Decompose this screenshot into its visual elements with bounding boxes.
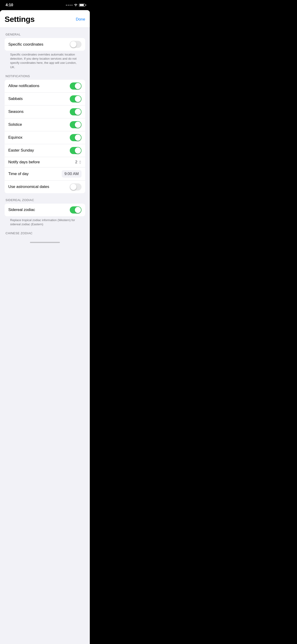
equinox-row: Equinox: [4, 131, 85, 144]
toggle-knob: [75, 134, 81, 141]
seasons-label: Seasons: [8, 110, 70, 114]
allow-notifications-toggle[interactable]: [70, 82, 82, 90]
easter-sunday-row: Easter Sunday: [4, 144, 85, 157]
solstice-toggle[interactable]: [70, 121, 82, 128]
solstice-label: Solstice: [8, 122, 70, 127]
toggle-knob: [75, 122, 81, 128]
stepper-arrows-icon: [79, 160, 82, 164]
sidereal-zodiac-label: Sidereal zodiac: [8, 208, 70, 212]
toggle-knob: [75, 96, 81, 102]
status-time: 4:10: [6, 3, 13, 7]
sidereal-zodiac-row: Sidereal zodiac: [4, 204, 85, 216]
toggle-knob: [70, 184, 76, 190]
notify-days-before-label: Notify days before: [8, 160, 75, 164]
sabbats-label: Sabbats: [8, 96, 70, 101]
home-bar: [30, 242, 60, 243]
toggle-knob: [75, 148, 81, 154]
seasons-row: Seasons: [4, 106, 85, 118]
general-section-label: GENERAL: [4, 33, 85, 36]
equinox-toggle[interactable]: [70, 134, 82, 141]
time-of-day-value[interactable]: 9:00 AM: [62, 170, 82, 178]
sidereal-zodiac-section: SIDEREAL ZODIAC Sidereal zodiac Replace …: [0, 198, 90, 226]
solstice-row: Solstice: [4, 118, 85, 131]
settings-sheet: Settings Done GENERAL Specific coordinat…: [0, 10, 90, 644]
equinox-label: Equinox: [8, 135, 70, 140]
notify-days-before-row: Notify days before 2: [4, 157, 85, 168]
chinese-zodiac-section: CHINESE ZODIAC: [0, 232, 90, 235]
use-astronomical-dates-row: Use astronomical dates: [4, 180, 85, 193]
sidereal-zodiac-footer: Replace tropical zodiac information (Wes…: [4, 216, 85, 226]
notify-days-stepper[interactable]: 2: [75, 160, 82, 164]
sidereal-zodiac-section-label: SIDEREAL ZODIAC: [4, 198, 85, 202]
home-indicator: [0, 240, 90, 246]
allow-notifications-label: Allow notifications: [8, 84, 70, 88]
chinese-zodiac-section-label: CHINESE ZODIAC: [4, 232, 85, 235]
easter-sunday-label: Easter Sunday: [8, 148, 70, 153]
page-title: Settings: [4, 15, 34, 24]
use-astronomical-dates-toggle[interactable]: [70, 183, 82, 190]
settings-content: GENERAL Specific coordinates Specific co…: [0, 33, 90, 235]
general-section-footer: Specific coordinates overrides automatic…: [4, 51, 85, 69]
toggle-knob: [70, 41, 76, 48]
specific-coordinates-label: Specific coordinates: [8, 42, 70, 47]
notifications-section: NOTIFICATIONS Allow notifications Sabbat…: [0, 74, 90, 193]
status-icons: [66, 3, 85, 7]
time-of-day-label: Time of day: [8, 172, 62, 176]
general-card: Specific coordinates: [4, 38, 85, 51]
header: Settings Done: [0, 10, 90, 28]
notifications-card: Allow notifications Sabbats Seasons: [4, 80, 85, 193]
wifi-icon: [74, 3, 78, 7]
seasons-toggle[interactable]: [70, 108, 82, 116]
stepper-value: 2: [75, 160, 77, 164]
toggle-knob: [75, 109, 81, 115]
done-button[interactable]: Done: [76, 17, 85, 22]
allow-notifications-row: Allow notifications: [4, 80, 85, 92]
general-section: GENERAL Specific coordinates Specific co…: [0, 33, 90, 69]
time-of-day-row: Time of day 9:00 AM: [4, 168, 85, 180]
sabbats-toggle[interactable]: [70, 95, 82, 102]
toggle-knob: [75, 83, 81, 89]
sabbats-row: Sabbats: [4, 92, 85, 106]
notifications-section-label: NOTIFICATIONS: [4, 74, 85, 78]
specific-coordinates-row: Specific coordinates: [4, 38, 85, 51]
sidereal-zodiac-card: Sidereal zodiac: [4, 204, 85, 216]
signal-icon: [66, 4, 72, 6]
easter-sunday-toggle[interactable]: [70, 147, 82, 154]
use-astronomical-dates-label: Use astronomical dates: [8, 184, 70, 189]
specific-coordinates-toggle[interactable]: [70, 41, 82, 48]
toggle-knob: [75, 207, 81, 213]
status-bar: 4:10: [0, 0, 90, 10]
battery-icon: [79, 4, 85, 7]
sidereal-zodiac-toggle[interactable]: [70, 206, 82, 214]
